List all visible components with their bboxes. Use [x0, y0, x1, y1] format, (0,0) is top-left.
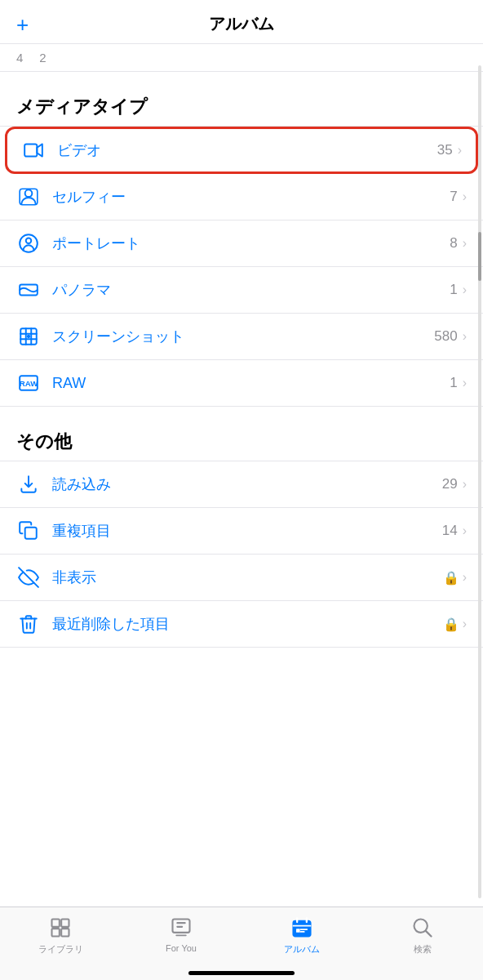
raw-label: RAW	[52, 375, 450, 392]
screenshot-chevron: ›	[463, 329, 467, 344]
video-label: ビデオ	[57, 140, 437, 160]
raw-count: 1	[450, 375, 457, 391]
svg-rect-0	[24, 144, 37, 156]
tab-library[interactable]: ライブラリ	[0, 915, 121, 956]
video-count: 35	[437, 142, 453, 158]
media-type-heading: メディアタイプ	[0, 95, 483, 126]
selfie-chevron: ›	[463, 189, 467, 204]
list-item-recently-deleted[interactable]: 最近削除した項目 🔒 ›	[0, 601, 483, 648]
duplicate-icon	[16, 519, 41, 543]
tab-search[interactable]: 検索	[362, 915, 483, 956]
media-type-section: メディアタイプ ビデオ 35 ›	[0, 95, 483, 407]
tab-bar: ライブラリ For You アルバム	[0, 906, 483, 980]
duplicate-label: 重複項目	[52, 521, 442, 541]
svg-rect-24	[300, 931, 305, 933]
list-item-hidden[interactable]: 非表示 🔒 ›	[0, 555, 483, 601]
recently-deleted-label: 最近削除した項目	[52, 614, 443, 634]
raw-icon: RAW	[16, 371, 41, 395]
svg-rect-11	[25, 528, 37, 539]
album-tab-label: アルバム	[284, 943, 320, 956]
panorama-icon	[16, 278, 41, 302]
search-tab-icon	[410, 915, 435, 940]
list-item-video[interactable]: ビデオ 35 ›	[5, 127, 478, 174]
hidden-icon	[16, 565, 41, 590]
album-tab-icon	[290, 915, 314, 940]
svg-rect-14	[61, 920, 69, 927]
screenshot-label: スクリーンショット	[52, 327, 434, 346]
svg-marker-1	[37, 144, 42, 156]
for-you-tab-label: For You	[166, 943, 197, 953]
scroll-hint-2: 2	[39, 51, 46, 65]
screenshot-count: 580	[434, 328, 457, 345]
home-indicator	[188, 971, 295, 975]
portrait-chevron: ›	[463, 236, 467, 251]
hidden-label: 非表示	[52, 568, 443, 587]
svg-point-5	[26, 238, 32, 244]
scrollbar-thumb[interactable]	[478, 232, 481, 281]
portrait-icon	[16, 231, 41, 256]
app-header: + アルバム	[0, 0, 483, 44]
add-button[interactable]: +	[16, 14, 29, 35]
list-item-portrait[interactable]: ポートレート 8 ›	[0, 220, 483, 267]
hidden-lock: 🔒	[443, 570, 459, 586]
library-tab-label: ライブラリ	[38, 943, 83, 956]
hidden-chevron: ›	[463, 570, 467, 585]
video-chevron: ›	[458, 143, 462, 158]
video-icon	[21, 138, 46, 163]
other-section: その他 読み込み 29 ›	[0, 430, 483, 648]
page-title: アルバム	[209, 13, 274, 35]
selfie-count: 7	[450, 189, 457, 205]
recently-deleted-lock: 🔒	[443, 617, 459, 632]
recently-deleted-chevron: ›	[463, 617, 467, 631]
svg-point-8	[27, 335, 30, 338]
svg-point-2	[25, 189, 33, 197]
selfie-label: セルフィー	[52, 187, 450, 207]
svg-rect-15	[52, 929, 60, 936]
other-list: 読み込み 29 › 重複項目 14 ›	[0, 461, 483, 648]
import-chevron: ›	[463, 477, 467, 492]
panorama-label: パノラマ	[52, 280, 450, 300]
list-item-raw[interactable]: RAW RAW 1 ›	[0, 360, 483, 407]
portrait-count: 8	[450, 235, 457, 252]
selfie-icon	[16, 185, 41, 209]
other-heading: その他	[0, 430, 483, 461]
library-tab-icon	[48, 915, 73, 940]
svg-text:RAW: RAW	[20, 379, 39, 388]
tab-album[interactable]: アルバム	[242, 915, 362, 956]
trash-icon	[16, 612, 41, 636]
for-you-tab-icon	[169, 915, 193, 940]
list-item-import[interactable]: 読み込み 29 ›	[0, 461, 483, 508]
scroll-hint-row: 4 2	[0, 44, 483, 72]
svg-line-26	[426, 931, 431, 936]
svg-rect-17	[173, 920, 190, 933]
import-label: 読み込み	[52, 474, 442, 494]
scrollbar-track[interactable]	[478, 65, 481, 898]
import-icon	[16, 472, 41, 497]
duplicate-count: 14	[442, 523, 458, 539]
scroll-hint-4: 4	[16, 51, 23, 65]
tab-for-you[interactable]: For You	[121, 915, 242, 953]
portrait-label: ポートレート	[52, 234, 450, 253]
svg-rect-23	[300, 929, 308, 930]
raw-chevron: ›	[463, 376, 467, 390]
media-type-list: ビデオ 35 › セルフィー 7 ›	[0, 126, 483, 407]
panorama-count: 1	[450, 282, 457, 298]
svg-rect-13	[52, 920, 60, 927]
search-tab-label: 検索	[414, 943, 432, 956]
list-item-duplicate[interactable]: 重複項目 14 ›	[0, 508, 483, 555]
screenshot-icon	[16, 324, 41, 349]
list-item-screenshot[interactable]: スクリーンショット 580 ›	[0, 314, 483, 360]
svg-rect-22	[296, 929, 300, 933]
list-item-panorama[interactable]: パノラマ 1 ›	[0, 267, 483, 314]
import-count: 29	[442, 476, 458, 492]
duplicate-chevron: ›	[463, 523, 467, 538]
list-item-selfie[interactable]: セルフィー 7 ›	[0, 174, 483, 220]
panorama-chevron: ›	[463, 283, 467, 297]
svg-rect-16	[61, 929, 69, 936]
